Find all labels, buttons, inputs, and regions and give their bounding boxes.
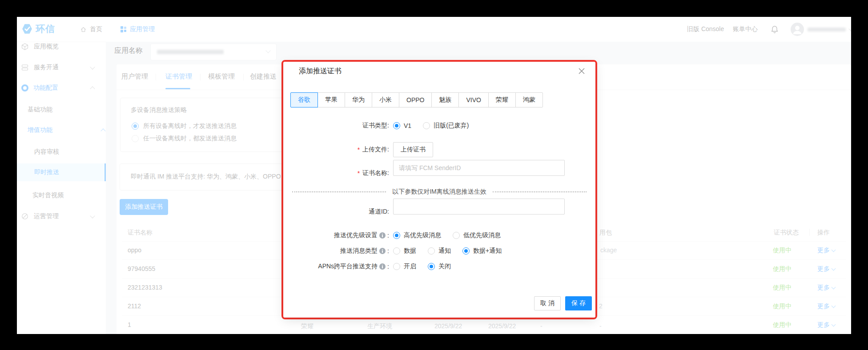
- info-icon[interactable]: [379, 248, 386, 254]
- msg-type-option-data[interactable]: 数据: [393, 247, 416, 255]
- screen: 环信 首页 应用管理 旧版 Console: [0, 0, 868, 350]
- priority-option-high[interactable]: 高优先级消息: [393, 231, 441, 239]
- platform-tab-xiaomi[interactable]: 小米: [372, 92, 399, 107]
- platform-tab-vivo[interactable]: VIVO: [458, 92, 488, 107]
- upload-label: 上传文件:: [362, 146, 389, 154]
- apns-row: APNs跨平台推送支持 : 开启 关闭: [283, 261, 595, 272]
- platform-tab-harmony[interactable]: 鸿蒙: [515, 92, 543, 107]
- platform-tab-oppo[interactable]: OPPO: [399, 92, 432, 107]
- cert-name-label: 证书名称:: [362, 169, 389, 177]
- cert-type-row: 证书类型: V1 旧版(已废弃): [283, 120, 595, 131]
- platform-tab-meizu[interactable]: 魅族: [431, 92, 459, 107]
- platform-tab-group: 谷歌 苹果 华为 小米 OPPO 魅族 VIVO 荣耀 鸿蒙: [290, 92, 543, 107]
- save-button[interactable]: 保 存: [565, 296, 592, 310]
- channel-id-input[interactable]: [393, 199, 565, 215]
- cert-name-input[interactable]: [393, 160, 565, 176]
- annotation-highlight-border: 添加推送证书 谷歌 苹果 华为 小米 OPPO 魅族 VIVO 荣耀 鸿蒙: [281, 60, 597, 319]
- upload-cert-button[interactable]: 上传证书: [393, 142, 433, 157]
- platform-tab-google[interactable]: 谷歌: [290, 92, 318, 107]
- modal-title: 添加推送证书: [299, 67, 342, 76]
- upload-row: * 上传文件: 上传证书: [283, 144, 595, 155]
- radio-icon[interactable]: [428, 247, 435, 255]
- radio-selected-icon[interactable]: [428, 263, 435, 270]
- priority-option-low[interactable]: 低优先级消息: [453, 231, 501, 239]
- platform-tab-apple[interactable]: 苹果: [317, 92, 345, 107]
- msg-type-option-data-notification[interactable]: 数据+通知: [462, 247, 502, 255]
- radio-icon[interactable]: [393, 247, 400, 255]
- radio-icon[interactable]: [453, 232, 460, 239]
- radio-selected-icon[interactable]: [462, 247, 470, 255]
- msg-type-row: 推送消息类型 : 数据 通知 数据+通知: [283, 246, 595, 256]
- msg-type-label: 推送消息类型: [340, 247, 378, 255]
- priority-row: 推送优先级设置 : 高优先级消息 低优先级消息: [283, 230, 595, 241]
- radio-icon[interactable]: [393, 263, 400, 270]
- divider-text: 以下参数仅对IM离线消息推送生效: [392, 188, 486, 196]
- info-icon[interactable]: [379, 263, 386, 270]
- required-mark: *: [358, 146, 360, 153]
- priority-label: 推送优先级设置: [334, 231, 378, 239]
- platform-tab-huawei[interactable]: 华为: [345, 92, 372, 107]
- radio-selected-icon[interactable]: [393, 122, 400, 129]
- apns-option-off[interactable]: 关闭: [428, 262, 451, 270]
- add-cert-modal: 添加推送证书 谷歌 苹果 华为 小米 OPPO 魅族 VIVO 荣耀 鸿蒙: [283, 62, 595, 318]
- radio-selected-icon[interactable]: [393, 232, 400, 239]
- required-mark: *: [358, 170, 360, 177]
- radio-icon[interactable]: [423, 122, 430, 129]
- cancel-button[interactable]: 取 消: [534, 296, 561, 310]
- cert-type-label: 证书类型:: [362, 122, 389, 130]
- cert-type-option-v1[interactable]: V1: [393, 122, 411, 129]
- info-icon[interactable]: [379, 232, 386, 239]
- apns-label: APNs跨平台推送支持: [318, 262, 378, 270]
- close-icon[interactable]: [578, 67, 586, 75]
- apns-option-on[interactable]: 开启: [393, 262, 416, 270]
- cert-type-option-legacy[interactable]: 旧版(已废弃): [423, 122, 469, 130]
- platform-tab-honor[interactable]: 荣耀: [488, 92, 516, 107]
- channel-id-label: 通道ID:: [369, 208, 389, 216]
- msg-type-option-notification[interactable]: 通知: [428, 247, 451, 255]
- offline-params-divider: 以下参数仅对IM离线消息推送生效: [292, 188, 587, 196]
